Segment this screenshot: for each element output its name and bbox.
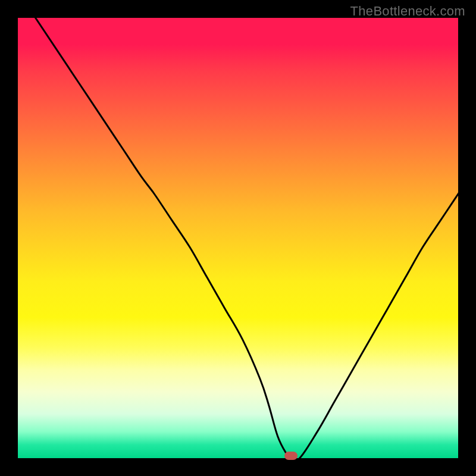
bottleneck-curve — [36, 18, 458, 458]
watermark-text: TheBottleneck.com — [350, 4, 465, 19]
curve-layer — [18, 18, 458, 458]
optimal-marker — [284, 452, 298, 460]
chart-frame: TheBottleneck.com — [0, 0, 476, 476]
plot-area — [18, 18, 458, 458]
